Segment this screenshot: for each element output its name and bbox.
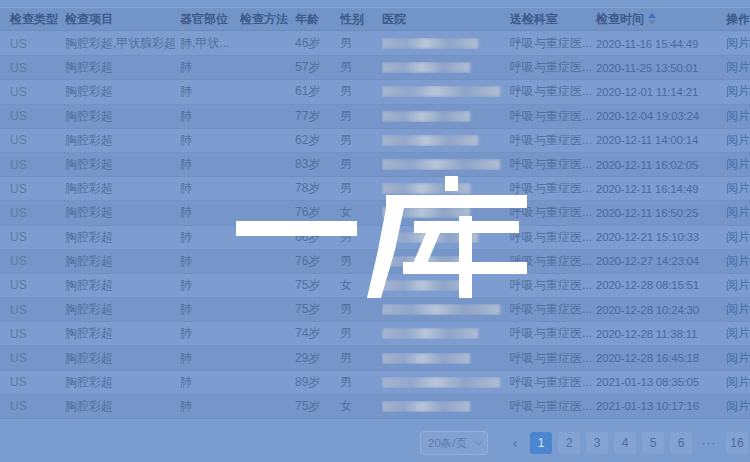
cell-department: 呼吸与重症医... (510, 277, 596, 294)
cell-organ: 肺,甲状... (180, 35, 240, 52)
cell-organ: 肺 (180, 398, 240, 415)
view-images-link[interactable]: 阅片 (726, 326, 750, 340)
cell-age: 57岁 (295, 59, 340, 76)
redacted-hospital-name (382, 86, 500, 97)
cell-organ: 肺 (180, 180, 240, 197)
view-images-link[interactable]: 阅片 (726, 375, 750, 389)
page-button-2[interactable]: 2 (558, 432, 580, 454)
cell-exam-time: 2021-01-13 08:35:05 (596, 376, 726, 388)
col-header-gender: 性别 (340, 11, 382, 28)
page-ellipsis[interactable]: ··· (698, 432, 720, 454)
col-header-exam-time[interactable]: 检查时间 (596, 11, 726, 28)
cell-action: 阅片 (726, 350, 750, 367)
cell-hospital-redacted (382, 328, 510, 339)
exam-list-screen: 检查类型 检查项目 器官部位 检查方法 年龄 性别 医院 送检科室 检查时间 操… (0, 0, 750, 462)
redacted-hospital-name (382, 304, 500, 315)
cell-exam-time: 2020-12-04 19:03:24 (596, 110, 726, 122)
view-images-link[interactable]: 阅片 (726, 205, 750, 219)
cell-hospital-redacted (382, 377, 510, 388)
cell-exam-item: 胸腔彩超 (65, 253, 180, 270)
sort-carets[interactable] (648, 13, 656, 25)
table-row: US胸腔彩超肺75岁女呼吸与重症医...2021-01-13 10:17:16阅… (0, 395, 750, 419)
cell-organ: 肺 (180, 350, 240, 367)
cell-age: 76岁 (295, 204, 340, 221)
view-images-link[interactable]: 阅片 (726, 302, 750, 316)
cell-gender: 女 (340, 204, 382, 221)
cell-hospital-redacted (382, 183, 510, 194)
cell-department: 呼吸与重症医... (510, 398, 596, 415)
cell-age: 75岁 (295, 277, 340, 294)
cell-exam-type: US (0, 133, 65, 147)
cell-organ: 肺 (180, 204, 240, 221)
cell-exam-item: 胸腔彩超 (65, 156, 180, 173)
cell-exam-item: 胸腔彩超 (65, 132, 180, 149)
cell-exam-time: 2020-12-11 14:00:14 (596, 134, 726, 146)
cell-action: 阅片 (726, 83, 750, 100)
cell-organ: 肺 (180, 59, 240, 76)
redacted-hospital-name (382, 280, 470, 291)
prev-page-button[interactable]: ‹ (506, 431, 524, 455)
cell-organ: 肺 (180, 229, 240, 246)
view-images-link[interactable]: 阅片 (726, 36, 750, 50)
view-images-link[interactable]: 阅片 (726, 278, 750, 292)
table-row: US胸腔彩超肺76岁女呼吸与重症医...2020-12-11 16:50:25阅… (0, 201, 750, 225)
page-button-6[interactable]: 6 (670, 432, 692, 454)
page-button-3[interactable]: 3 (586, 432, 608, 454)
table-row: US胸腔彩超肺78岁男呼吸与重症医...2020-12-11 16:14:49阅… (0, 177, 750, 201)
cell-gender: 男 (340, 132, 382, 149)
page-button-16[interactable]: 16 (726, 432, 748, 454)
cell-exam-item: 胸腔彩超 (65, 108, 180, 125)
cell-exam-time: 2020-12-28 16:45:18 (596, 352, 726, 364)
cell-organ: 肺 (180, 325, 240, 342)
cell-age: 78岁 (295, 180, 340, 197)
redacted-hospital-name (382, 377, 500, 388)
cell-department: 呼吸与重症医... (510, 253, 596, 270)
cell-department: 呼吸与重症医... (510, 374, 596, 391)
cell-exam-item: 胸腔彩超 (65, 204, 180, 221)
cell-action: 阅片 (726, 132, 750, 149)
table-row: US胸腔彩超肺29岁男呼吸与重症医...2020-12-28 16:45:18阅… (0, 346, 750, 370)
view-images-link[interactable]: 阅片 (726, 254, 750, 268)
cell-exam-time: 2020-12-27 14:23:04 (596, 255, 726, 267)
table-row: US胸腔彩超肺89岁男呼吸与重症医...2021-01-13 08:35:05阅… (0, 371, 750, 395)
view-images-link[interactable]: 阅片 (726, 109, 750, 123)
cell-exam-time: 2020-12-28 08:15:51 (596, 279, 726, 291)
redacted-hospital-name (382, 135, 478, 146)
cell-organ: 肺 (180, 301, 240, 318)
cell-hospital-redacted (382, 135, 510, 146)
cell-organ: 肺 (180, 253, 240, 270)
page-button-5[interactable]: 5 (642, 432, 664, 454)
view-images-link[interactable]: 阅片 (726, 230, 750, 244)
cell-gender: 女 (340, 398, 382, 415)
cell-exam-time: 2020-11-16 15:44:49 (596, 38, 726, 50)
table-row: US胸腔彩超肺57岁男呼吸与重症医...2020-11-25 13:50:01阅… (0, 56, 750, 80)
redacted-hospital-name (382, 111, 470, 122)
col-header-exam-type: 检查类型 (0, 11, 65, 28)
view-images-link[interactable]: 阅片 (726, 351, 750, 365)
view-images-link[interactable]: 阅片 (726, 181, 750, 195)
cell-exam-time: 2020-12-11 16:50:25 (596, 207, 726, 219)
cell-age: 62岁 (295, 132, 340, 149)
page-size-label: 20条/页 (428, 436, 467, 451)
table-row: US胸腔彩超肺61岁男呼吸与重症医...2020-12-01 11:14:21阅… (0, 80, 750, 104)
redacted-hospital-name (382, 401, 470, 412)
cell-action: 阅片 (726, 35, 750, 52)
view-images-link[interactable]: 阅片 (726, 399, 750, 413)
view-images-link[interactable]: 阅片 (726, 157, 750, 171)
redacted-hospital-name (382, 207, 470, 218)
cell-gender: 男 (340, 350, 382, 367)
cell-exam-item: 胸腔彩超 (65, 180, 180, 197)
page-size-select[interactable]: 20条/页 (420, 431, 488, 455)
view-images-link[interactable]: 阅片 (726, 84, 750, 98)
cell-hospital-redacted (382, 353, 510, 364)
page-button-1[interactable]: 1 (530, 432, 552, 454)
cell-gender: 男 (340, 59, 382, 76)
page-button-4[interactable]: 4 (614, 432, 636, 454)
sort-caret-up-icon[interactable] (648, 13, 656, 18)
sort-caret-down-icon[interactable] (648, 20, 656, 25)
cell-age: 74岁 (295, 325, 340, 342)
view-images-link[interactable]: 阅片 (726, 60, 750, 74)
view-images-link[interactable]: 阅片 (726, 133, 750, 147)
cell-department: 呼吸与重症医... (510, 108, 596, 125)
cell-exam-type: US (0, 37, 65, 51)
